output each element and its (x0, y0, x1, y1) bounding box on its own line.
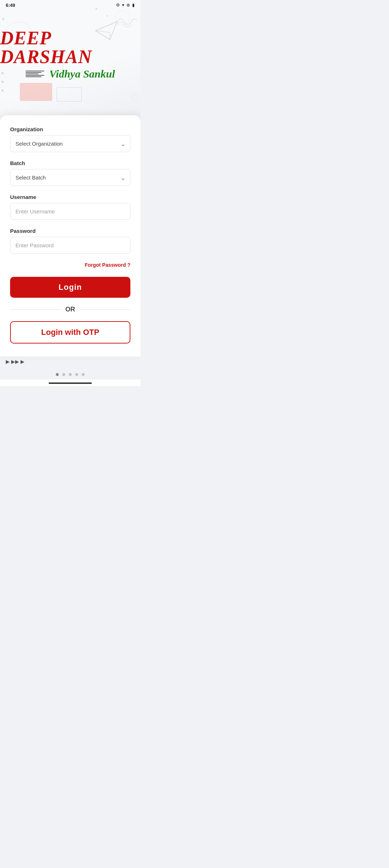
settings-icon: ⚙ (116, 3, 120, 8)
home-indicator (0, 380, 140, 386)
nav-dot-4 (75, 373, 78, 376)
or-line-right (80, 309, 131, 310)
password-label: Password (10, 228, 130, 234)
squiggle-icon (115, 14, 137, 30)
organization-select-wrapper: Select Organization ⌄ (10, 135, 130, 152)
media-play-icon: ▶ ▶▶ ▶ (6, 359, 24, 364)
status-time: 6:49 (6, 3, 15, 8)
nav-dot-2 (62, 373, 65, 376)
logo-line-5 (26, 76, 41, 77)
organization-label: Organization (10, 126, 130, 132)
batch-select-wrapper: Select Batch ⌄ (10, 169, 130, 186)
logo-line-4 (26, 75, 44, 76)
status-icons: ⚙ ▾ ⊕ ▮ (116, 3, 135, 8)
bg-dot-tl (2, 18, 4, 20)
password-section: Password (10, 228, 130, 254)
username-label: Username (10, 194, 130, 200)
logo-line-2 (26, 72, 41, 73)
forgot-password-link[interactable]: Forgot Password ? (85, 262, 130, 268)
password-input[interactable] (10, 237, 130, 254)
logo-line-3 (26, 74, 39, 74)
logo-container: DEEP DARSHAN Vidhya Sankul (0, 29, 140, 80)
nav-dot-1 (56, 373, 59, 376)
home-bar (49, 382, 92, 384)
right-circle-deco (132, 94, 138, 100)
bg-dot-tr2 (107, 15, 108, 17)
app-title: DEEP DARSHAN (0, 29, 140, 66)
organization-select[interactable]: Select Organization (10, 135, 130, 152)
wifi-icon: ▾ (122, 3, 124, 8)
nav-dot-3 (69, 373, 72, 376)
navigation-dots (0, 368, 140, 380)
login-button[interactable]: Login (10, 277, 130, 298)
batch-label: Batch (10, 160, 130, 166)
or-text: OR (66, 306, 75, 313)
or-divider: OR (10, 306, 130, 313)
username-input[interactable] (10, 203, 130, 220)
or-line-left (10, 309, 61, 310)
deco-box-pink (20, 83, 52, 101)
background-area: DEEP DARSHAN Vidhya Sankul (0, 0, 140, 115)
otp-login-button[interactable]: Login with OTP (10, 321, 130, 344)
logo-subtitle-row: Vidhya Sankul (26, 68, 115, 80)
battery-icon: ▮ (132, 3, 135, 8)
side-dot-3 (1, 89, 4, 92)
organization-section: Organization Select Organization ⌄ (10, 126, 130, 152)
logo-line-1 (26, 71, 44, 71)
side-dot-2 (1, 81, 4, 83)
forgot-password-row: Forgot Password ? (10, 262, 130, 268)
media-controls-bar: ▶ ▶▶ ▶ (0, 356, 140, 368)
batch-select[interactable]: Select Batch (10, 169, 130, 186)
username-section: Username (10, 194, 130, 220)
login-card: Organization Select Organization ⌄ Batch… (0, 115, 140, 356)
status-bar: 6:49 ⚙ ▾ ⊕ ▮ (0, 0, 140, 10)
nav-dot-5 (82, 373, 85, 376)
hotspot-icon: ⊕ (126, 3, 130, 8)
app-subtitle: Vidhya Sankul (49, 68, 115, 80)
batch-section: Batch Select Batch ⌄ (10, 160, 130, 186)
logo-lines (26, 71, 44, 77)
deco-box-outline (57, 87, 82, 102)
